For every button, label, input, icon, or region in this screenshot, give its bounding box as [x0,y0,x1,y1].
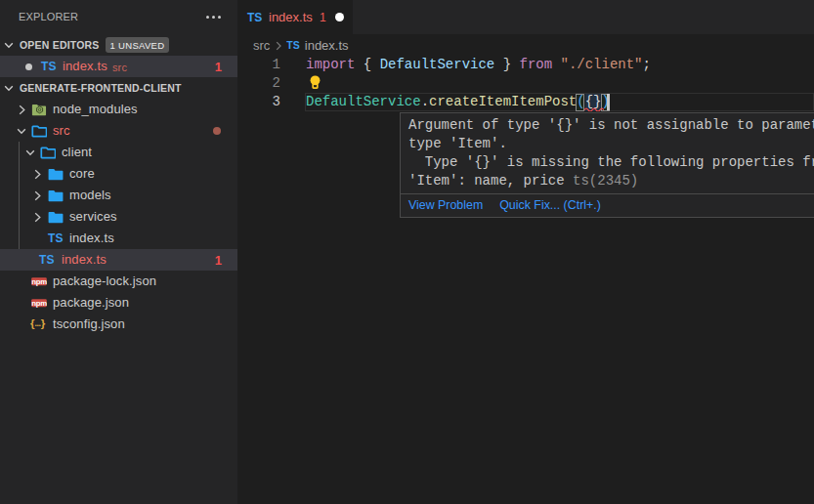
svg-text:npm: npm [31,277,47,286]
svg-text:npm: npm [31,299,47,308]
